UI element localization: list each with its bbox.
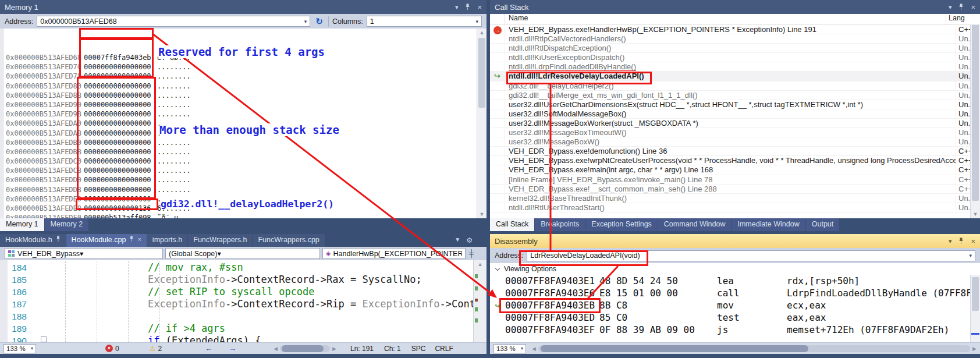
code-line[interactable]: 190if (ExtendedArgs) { xyxy=(0,335,473,342)
bottom-panel-tab[interactable]: Breakpoints xyxy=(535,218,585,231)
close-icon[interactable]: × xyxy=(477,3,482,12)
document-tab[interactable]: FuncWrappers.h × xyxy=(188,234,252,247)
callstack-frame-row[interactable]: VEH_EDR_Bypass.exe!demofunction() Line 3… xyxy=(490,147,980,156)
code-line[interactable]: 185ExceptionInfo->ContextRecord->Rax = S… xyxy=(0,274,473,286)
disassembly-row[interactable]: 00007FF8FA9403E1 48 8D 54 24 50 lea rdx,… xyxy=(490,275,980,287)
callstack-frame-row[interactable]: [Inline Frame] VEH_EDR_Bypass.exe!invoke… xyxy=(490,175,980,185)
memory-row[interactable]: 0x000000B513AFEDC80000000000000000......… xyxy=(6,166,476,175)
scroll-up-icon[interactable]: ▲ xyxy=(477,30,487,36)
editor-scrollbar[interactable]: ▲ xyxy=(473,260,487,342)
warning-count[interactable]: 2 xyxy=(158,345,162,353)
pin-icon[interactable] xyxy=(56,236,61,243)
callstack-frame-row[interactable]: VEH_EDR_Bypass.exe!__scrt_common_main_se… xyxy=(490,185,980,194)
memory-row[interactable]: 0x000000B513AFEDC00000000000000000......… xyxy=(6,157,476,166)
code-line[interactable]: 184// mov rax, #ssn xyxy=(0,261,473,274)
viewing-options-toggle[interactable]: Viewing Options xyxy=(490,263,980,275)
callstack-frame-row[interactable]: ntdll.dll!RtlDispatchException() Un... xyxy=(490,44,980,53)
disassembly-scrollbar[interactable] xyxy=(970,275,980,342)
project-dropdown[interactable]: VEH_EDR_Bypass ▾ xyxy=(5,248,163,259)
chevron-down-icon[interactable]: ▾ xyxy=(472,19,478,24)
method-dropdown[interactable]: ◈ HandlerHwBp(_EXCEPTION_POINTERS * Exce xyxy=(322,248,466,259)
callstack-frame-row[interactable]: gdi32.dll!__delayLoadHelper2() Un... xyxy=(490,81,980,91)
scrollbar-thumb[interactable] xyxy=(282,345,324,352)
horizontal-scrollbar[interactable] xyxy=(280,345,330,352)
document-tab[interactable]: HookModule.cpp × xyxy=(66,234,147,247)
bottom-panel-tab[interactable]: Exception Settings xyxy=(585,218,658,231)
close-icon[interactable]: × xyxy=(137,236,141,243)
scroll-down-icon[interactable]: ▼ xyxy=(971,211,980,217)
memory-tab[interactable]: Memory 1 xyxy=(0,218,44,231)
callstack-frame-row[interactable]: ntdll.dll!RtlUserThreadStart() Un... xyxy=(490,203,980,212)
scroll-right-icon[interactable]: ▶ xyxy=(972,346,977,352)
navigate-forward-icon[interactable]: → xyxy=(229,344,236,353)
bottom-panel-tab[interactable]: Call Stack xyxy=(490,218,534,231)
document-tab[interactable]: imports.h × xyxy=(147,234,187,247)
callstack-scrollbar[interactable]: ▲ ▼ xyxy=(970,25,980,218)
callstack-frame-row[interactable]: user32.dll!MessageBoxWorker(struct _MSGB… xyxy=(490,119,980,128)
memory-row[interactable]: 0x000000B513AFEDB00000000000000000......… xyxy=(6,138,476,147)
disassembly-row[interactable]: 00007FF8FA9403EF 0F 88 39 AB 09 00 js me… xyxy=(490,324,980,336)
pin-icon[interactable] xyxy=(958,3,964,10)
memory-row[interactable]: 0x000000B513AFEDB80000000000000000......… xyxy=(6,147,476,157)
scroll-left-icon[interactable]: ◀ xyxy=(532,346,536,352)
scroll-down-icon[interactable]: ▼ xyxy=(477,211,487,217)
memory-row[interactable]: 0x000000B513AFED980000000000000000......… xyxy=(6,109,476,119)
disassembly-titlebar[interactable]: Disassembly ▾ × xyxy=(490,234,980,248)
callstack-lang-header[interactable]: Lang xyxy=(946,14,970,24)
memory-row[interactable]: 0x000000B513AFED880000000000000000......… xyxy=(6,91,476,100)
callstack-frame-row[interactable]: user32.dll!SoftModalMessageBox() Un... xyxy=(490,109,980,119)
memory-columns-input[interactable]: 1 ▾ xyxy=(367,16,482,27)
callstack-frame-row[interactable]: gdi32.dll!__tailMerge_ext_ms_win_gdi_fon… xyxy=(490,91,980,100)
callstack-frame-row[interactable]: user32.dll!MessageBoxW() Un... xyxy=(490,137,980,147)
horizontal-scrollbar[interactable] xyxy=(538,345,970,352)
callstack-frame-row[interactable]: VEH_EDR_Bypass.exe!wrpNtCreateUserProces… xyxy=(490,156,980,165)
scrollbar-thumb[interactable] xyxy=(541,345,808,352)
window-menu-icon[interactable]: ▾ xyxy=(949,3,952,11)
memory-row[interactable]: 0x000000B513AFEDD00000000000000000......… xyxy=(6,175,476,185)
memory-row[interactable]: 0x000000B513AFEDE800000000000001366.....… xyxy=(6,204,476,213)
memory-row[interactable]: 0x000000B513AFED780000000000000000......… xyxy=(6,72,476,81)
zoom-dropdown[interactable]: 133 % ▾ xyxy=(3,344,36,353)
chevron-down-icon[interactable]: ▾ xyxy=(80,249,83,258)
callstack-name-header[interactable]: Name xyxy=(505,14,946,24)
callstack-frame-row[interactable]: ntdll.dll!RtlpCallVectoredHandlers() Un.… xyxy=(490,34,980,44)
memory-row[interactable]: 0x000000B513AFEDA00000000000000000......… xyxy=(6,119,476,128)
scroll-right-icon[interactable]: ▶ xyxy=(332,346,336,352)
callstack-frame-row[interactable]: → VEH_EDR_Bypass.exe!HandlerHwBp(_EXCEPT… xyxy=(490,25,980,34)
pin-icon[interactable] xyxy=(958,238,964,244)
callstack-frame-row[interactable]: VEH_EDR_Bypass.exe!main(int argc, char *… xyxy=(490,165,980,175)
scrollbar-thumb[interactable] xyxy=(972,25,979,201)
scrollbar-thumb[interactable] xyxy=(478,38,485,108)
close-icon[interactable]: × xyxy=(971,3,975,12)
memory-row[interactable]: 0x000000B513AFEDA80000000000000000......… xyxy=(6,129,476,138)
window-menu-icon[interactable]: ▾ xyxy=(949,238,952,245)
gear-icon[interactable]: ⚙ xyxy=(466,236,473,244)
bottom-panel-tab[interactable]: Output xyxy=(806,218,840,231)
chevron-down-icon[interactable]: ▾ xyxy=(301,19,307,24)
error-count[interactable]: 0 xyxy=(115,345,119,353)
disassembly-row[interactable]: 00007FF8FA9403ED 85 C0 test eax,eax xyxy=(490,311,980,324)
memory-row[interactable]: 0x000000B513AFED800000000000000000......… xyxy=(6,81,476,91)
callstack-frame-row[interactable]: ↪ ntdll.dll!LdrResolveDelayLoadedAPI() U… xyxy=(490,72,980,81)
zoom-dropdown[interactable]: 133 % ▾ xyxy=(493,344,526,353)
memory-row[interactable]: 0x000000B513AFEDE00000000000000000......… xyxy=(6,194,476,204)
chevron-down-icon[interactable]: ▾ xyxy=(217,249,221,258)
disassembly-address-input[interactable]: LdrResolveDelayLoadedAPI(void) ▾ xyxy=(527,250,975,261)
callstack-frame-row[interactable]: user32.dll!UserGetCharDimensionsEx(struc… xyxy=(490,100,980,109)
memory-row[interactable]: 0x000000B513AFEDF0000000b513aff098˜ð¯.µ.… xyxy=(6,213,476,218)
document-tab[interactable]: HookModule.h × xyxy=(0,234,66,247)
document-tab[interactable]: FuncWrappers.cpp × xyxy=(253,234,324,247)
refresh-icon[interactable]: ↻ xyxy=(314,16,325,27)
callstack-frame-row[interactable]: user32.dll!MessageBoxTimeoutW() Un... xyxy=(490,128,980,137)
callstack-frame-row[interactable]: kernel32.dll!BaseThreadInitThunk() Un... xyxy=(490,194,980,203)
bottom-panel-tab[interactable]: Immediate Window xyxy=(732,218,805,231)
disassembly-row[interactable]: ↪ 00007FF8FA9403EB 8B C8 mov ecx,eax xyxy=(490,299,980,311)
callstack-frame-row[interactable]: ntdll.dll!LdrpFindLoadedDllByHandle() Un… xyxy=(490,62,980,72)
memory-titlebar[interactable]: Memory 1 ▾ × xyxy=(0,0,487,14)
outlining-collapse-box[interactable] xyxy=(41,336,47,342)
memory-tab[interactable]: Memory 2 xyxy=(45,218,89,231)
scope-dropdown[interactable]: (Global Scope) ▾ xyxy=(165,248,320,259)
bottom-panel-tab[interactable]: Command Window xyxy=(658,218,732,231)
code-line[interactable]: 189// if >4 agrs xyxy=(0,322,473,335)
tab-overflow-icon[interactable]: ▼ xyxy=(455,236,460,244)
